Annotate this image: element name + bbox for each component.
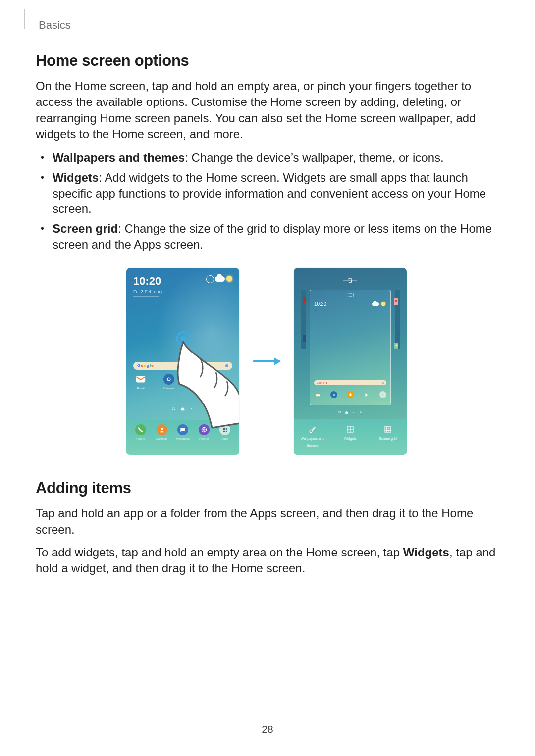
sun-icon bbox=[226, 276, 232, 282]
bullet-wallpapers: Wallpapers and themes: Change the device… bbox=[36, 150, 497, 170]
panel-icon bbox=[338, 410, 342, 414]
bullet-widgets: Widgets: Add widgets to the Home screen.… bbox=[36, 170, 497, 221]
edit-options-bar: Wallpapers and themes Widgets Screen gri… bbox=[294, 419, 407, 455]
svg-rect-33 bbox=[338, 413, 339, 413]
app-label: Phone bbox=[136, 437, 145, 441]
panel-preview-main: 10:20 — G o o g l e bbox=[310, 290, 391, 405]
email-icon bbox=[135, 374, 146, 385]
sun-icon bbox=[381, 302, 385, 306]
edit-page-indicator bbox=[294, 410, 407, 414]
adding-items-p1: Tap and hold an app or a folder from the… bbox=[36, 505, 497, 538]
svg-point-16 bbox=[224, 431, 225, 432]
dock-internet: Internet bbox=[197, 424, 212, 455]
brush-icon bbox=[308, 424, 318, 434]
panel-preview-left bbox=[301, 290, 306, 405]
arrow-icon bbox=[253, 360, 280, 362]
blue-block-icon bbox=[303, 335, 306, 342]
mini-search-bar: G o o g l e bbox=[314, 380, 386, 385]
mini-time: 10:20 bbox=[314, 301, 326, 308]
dock-contacts: Contacts bbox=[155, 424, 169, 455]
mini-clock: 10:20 — bbox=[314, 301, 326, 312]
mic-icon bbox=[382, 382, 384, 384]
play-store-icon bbox=[363, 391, 370, 398]
page-content: Home screen options On the Home screen, … bbox=[36, 50, 497, 584]
heading-adding-items: Adding items bbox=[36, 478, 497, 499]
svg-point-12 bbox=[223, 429, 224, 430]
app-label: Contacts bbox=[156, 437, 168, 441]
bullet-term: Widgets bbox=[53, 171, 99, 184]
camera-icon bbox=[330, 391, 337, 398]
option-label-line1: Widgets bbox=[344, 436, 356, 441]
option-label-line2: themes bbox=[307, 443, 319, 448]
grid-icon bbox=[383, 424, 393, 434]
google-logo: G o o g l e bbox=[317, 381, 327, 385]
panel-preview-row: 10:20 — G o o g l e bbox=[301, 290, 400, 405]
bullet-desc: : Change the size of the grid to display… bbox=[53, 222, 492, 251]
dock-sliver-icon bbox=[394, 343, 398, 349]
svg-point-24 bbox=[383, 394, 384, 395]
app-label: Messages bbox=[176, 437, 189, 441]
adding-items-p2: To add widgets, tap and hold an empty ar… bbox=[36, 545, 497, 577]
page-number: 28 bbox=[0, 722, 535, 736]
svg-point-29 bbox=[382, 396, 383, 397]
home-icon bbox=[345, 410, 349, 414]
tap-hand-illustration bbox=[168, 330, 239, 429]
section-label: Basics bbox=[39, 18, 71, 33]
svg-point-27 bbox=[383, 395, 384, 396]
bullet-term: Screen grid bbox=[53, 222, 118, 235]
mini-app-row bbox=[314, 391, 386, 398]
phone-mock-home: 10:20 Fri, 3 February G o o g l e bbox=[126, 268, 239, 455]
panel-sliver bbox=[395, 290, 400, 349]
phone-mock-edit: 10:20 — G o o g l e bbox=[294, 268, 407, 455]
plus-icon bbox=[359, 410, 363, 414]
home-indicator-icon bbox=[347, 293, 354, 297]
svg-rect-34 bbox=[340, 413, 341, 413]
heading-home-screen-options: Home screen options bbox=[36, 50, 497, 71]
svg-point-19 bbox=[181, 336, 186, 341]
trash-icon bbox=[347, 272, 354, 279]
bullet-screen-grid: Screen grid: Change the size of the grid… bbox=[36, 221, 497, 256]
svg-point-21 bbox=[333, 394, 335, 396]
svg-point-15 bbox=[223, 431, 224, 432]
app-label: Email bbox=[137, 386, 144, 390]
weather-widget bbox=[217, 276, 232, 282]
svg-point-28 bbox=[381, 396, 382, 397]
mini-date-line: — bbox=[314, 308, 326, 312]
svg-point-25 bbox=[381, 395, 382, 396]
dot-icon bbox=[352, 410, 356, 414]
header-rule bbox=[16, 9, 25, 29]
cloud-icon bbox=[215, 276, 225, 282]
dock-messages: Messages bbox=[175, 424, 190, 455]
svg-point-7 bbox=[160, 428, 163, 430]
red-block-icon bbox=[303, 297, 306, 303]
svg-point-26 bbox=[382, 395, 383, 396]
p2-bold-widgets: Widgets bbox=[403, 546, 449, 559]
panel-sliver bbox=[301, 290, 306, 349]
phone-icon bbox=[135, 424, 146, 435]
clock-time: 10:20 bbox=[133, 274, 162, 289]
intro-paragraph: On the Home screen, tap and hold an empt… bbox=[36, 78, 497, 143]
svg-rect-32 bbox=[340, 411, 341, 412]
dock-apps: Apps bbox=[217, 424, 232, 455]
bullet-list: Wallpapers and themes: Change the device… bbox=[36, 150, 497, 256]
option-label-line1: Wallpapers and bbox=[301, 436, 324, 441]
clock-widget: 10:20 Fri, 3 February bbox=[133, 274, 162, 297]
panel-preview-right bbox=[395, 290, 400, 405]
mini-weather bbox=[373, 301, 386, 307]
weather-widget-icon bbox=[394, 298, 398, 305]
option-widgets: Widgets bbox=[335, 424, 365, 441]
cloud-icon bbox=[372, 302, 379, 306]
app-label: Internet bbox=[199, 437, 209, 441]
svg-rect-31 bbox=[338, 411, 339, 412]
app-label: Apps bbox=[221, 437, 228, 441]
svg-point-23 bbox=[382, 394, 383, 395]
remove-label bbox=[343, 280, 357, 281]
option-screen-grid: Screen grid bbox=[373, 424, 403, 441]
option-label-line1: Screen grid bbox=[379, 436, 397, 441]
bullet-desc: : Change the device’s wallpaper, theme, … bbox=[185, 151, 444, 164]
contacts-icon bbox=[157, 424, 167, 435]
divider bbox=[133, 296, 159, 297]
app-email: Email bbox=[133, 374, 148, 390]
option-wallpapers: Wallpapers and themes bbox=[298, 424, 327, 448]
svg-point-14 bbox=[226, 429, 227, 430]
